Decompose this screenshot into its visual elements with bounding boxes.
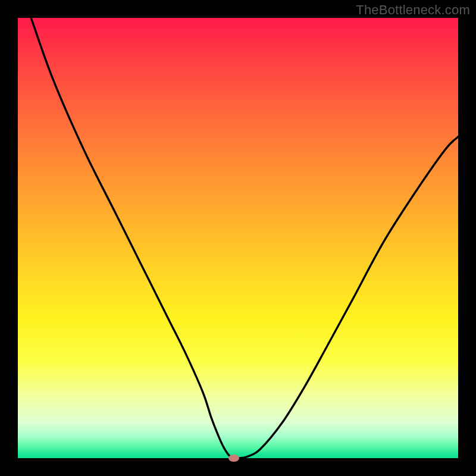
plot-area (18, 18, 458, 458)
watermark-text: TheBottleneck.com (356, 2, 470, 18)
minimum-marker (228, 455, 239, 462)
curve-svg (18, 18, 458, 458)
chart-container: TheBottleneck.com (0, 0, 476, 476)
curve-path (31, 18, 458, 458)
